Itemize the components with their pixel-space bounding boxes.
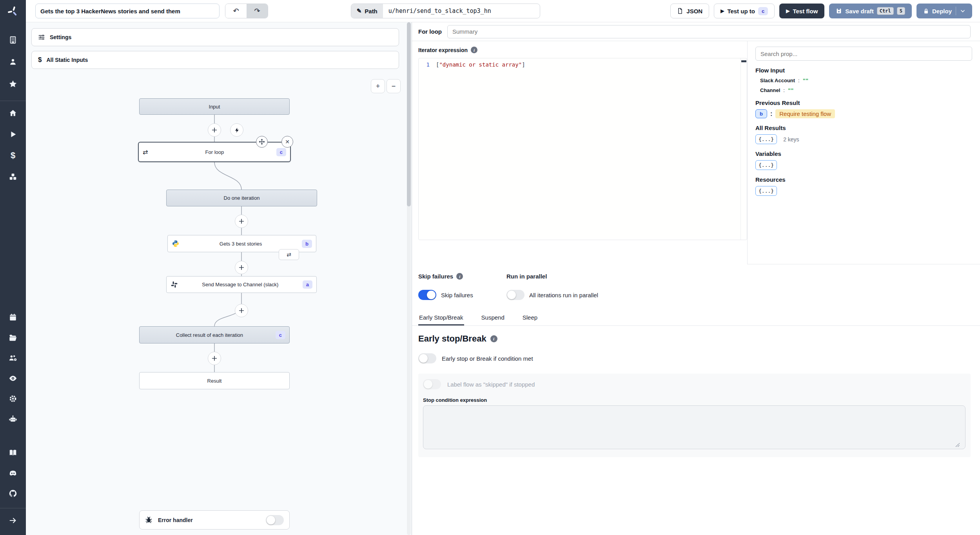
object-chip[interactable]: {...} — [755, 134, 777, 144]
node-collect-result[interactable]: Collect result of each iteration c — [139, 326, 290, 343]
step-inspector: For loop Iterator expression i 1 ["dynam… — [412, 22, 980, 535]
prop-row[interactable]: Slack Account : "" — [760, 78, 972, 83]
test-up-to-button[interactable]: ▶ Test up to c — [714, 4, 775, 18]
node-input[interactable]: Input — [139, 98, 290, 115]
early-stop-section: Early stop/Break i Early stop or Break i… — [412, 326, 980, 457]
favorites-star-icon[interactable] — [0, 75, 26, 93]
node-do-one-iteration[interactable]: Do one iteration — [166, 190, 317, 206]
undo-button[interactable]: ↶ — [225, 4, 247, 18]
save-draft-button[interactable]: Save draft Ctrl S — [829, 4, 912, 18]
zoom-out-button[interactable]: − — [387, 79, 401, 93]
node-send-message-slack[interactable]: Send Message to Channel (slack) a — [166, 276, 317, 293]
dollar-icon: $ — [38, 56, 42, 64]
trigger-bolt-button[interactable] — [230, 123, 243, 137]
previous-result-heading: Previous Result — [755, 99, 972, 106]
move-icon — [259, 139, 265, 145]
topbar: ↶ ↷ ✎ Path JSON ▶ Test up to — [26, 0, 980, 22]
run-parallel-toggle[interactable] — [506, 290, 524, 300]
insert-step-button[interactable] — [208, 123, 221, 137]
all-static-inputs-card[interactable]: $ All Static Inputs — [31, 51, 399, 69]
kbd-s: S — [897, 7, 905, 15]
prop-row[interactable]: Channel : "" — [760, 87, 972, 93]
insert-step-button[interactable] — [208, 352, 221, 365]
move-node-button[interactable] — [256, 136, 268, 148]
slack-icon — [171, 281, 178, 288]
stop-condition-textarea[interactable] — [423, 405, 965, 449]
pencil-icon: ✎ — [357, 7, 362, 14]
settings-gear-icon[interactable] — [0, 390, 26, 408]
json-button[interactable]: JSON — [670, 4, 709, 18]
flow-input-heading: Flow Input — [755, 67, 972, 74]
node-result[interactable]: Result — [139, 372, 290, 389]
ai-robot-icon[interactable] — [0, 410, 26, 428]
windmill-logo-icon — [7, 5, 19, 17]
advanced-tabs: Early Stop/Break Suspend Sleep — [412, 310, 980, 326]
resources-heading: Resources — [755, 176, 972, 183]
docs-book-icon[interactable] — [0, 444, 26, 462]
plus-icon — [211, 127, 218, 133]
file-icon — [677, 8, 683, 14]
props-panel: Flow Input Slack Account : "" Channel : … — [747, 41, 980, 264]
variables-dollar-icon[interactable]: $ — [0, 146, 26, 164]
test-flow-button[interactable]: ▶ Test flow — [779, 4, 824, 18]
object-chip[interactable]: {...} — [755, 160, 777, 170]
step-title: For loop — [418, 28, 442, 35]
flow-settings-card[interactable]: Settings — [31, 28, 399, 46]
path-input[interactable] — [383, 7, 540, 14]
iterator-code-editor[interactable]: 1 ["dynamic or static array"] — [418, 58, 747, 240]
skip-failures-toggle[interactable] — [418, 290, 436, 300]
previous-result-chip[interactable]: b — [755, 109, 767, 118]
keys-hint: 2 keys — [783, 136, 799, 143]
stop-condition-label: Stop condition expression — [423, 397, 966, 403]
folders-icon[interactable] — [0, 329, 26, 347]
user-icon[interactable] — [0, 53, 26, 71]
github-icon[interactable] — [0, 484, 26, 502]
info-icon[interactable]: i — [456, 273, 463, 280]
flow-scrollbar-thumb[interactable] — [407, 22, 411, 206]
windmill-logo[interactable] — [0, 0, 26, 22]
workspace-icon[interactable] — [0, 31, 26, 49]
tab-suspend[interactable]: Suspend — [481, 310, 505, 325]
restart-from-step-button[interactable]: ⇄ — [279, 249, 299, 260]
plus-icon — [238, 307, 245, 314]
home-icon[interactable] — [0, 104, 26, 122]
resources-boxes-icon[interactable] — [0, 168, 26, 186]
tab-sleep[interactable]: Sleep — [522, 310, 538, 325]
flow-title-input[interactable] — [35, 4, 220, 18]
insert-step-button[interactable] — [235, 304, 248, 317]
zoom-in-button[interactable]: + — [371, 79, 385, 93]
label-skipped-toggle[interactable] — [423, 379, 441, 389]
error-handler-card[interactable]: Error handler — [139, 510, 290, 530]
resize-handle[interactable] — [956, 443, 960, 447]
groups-users-icon[interactable] — [0, 349, 26, 367]
info-icon[interactable]: i — [471, 47, 477, 53]
node-for-loop[interactable]: ⇄ For loop c — [138, 142, 291, 162]
variables-heading: Variables — [755, 150, 972, 157]
error-handler-toggle[interactable] — [266, 515, 284, 525]
early-stop-toggle[interactable] — [418, 353, 436, 363]
insert-step-button[interactable] — [235, 215, 248, 228]
discord-icon[interactable] — [0, 464, 26, 482]
deploy-button[interactable]: Deploy — [916, 4, 972, 18]
path-label[interactable]: ✎ Path — [351, 4, 383, 18]
python-icon — [172, 240, 180, 248]
editor-code[interactable]: ["dynamic or static array"] — [433, 58, 740, 240]
info-icon[interactable]: i — [490, 335, 497, 342]
redo-button[interactable]: ↷ — [247, 4, 268, 18]
chevron-down-icon[interactable] — [960, 8, 965, 14]
run-parallel-title: Run in parallel — [506, 273, 598, 280]
insert-step-button[interactable] — [235, 261, 248, 274]
collapse-arrow-icon[interactable] — [0, 512, 26, 530]
delete-node-button[interactable]: ✕ — [281, 136, 293, 148]
schedules-calendar-icon[interactable] — [0, 308, 26, 326]
audit-eye-icon[interactable] — [0, 369, 26, 387]
button-divider — [956, 7, 956, 15]
object-chip[interactable]: {...} — [755, 186, 777, 196]
kbd-ctrl: Ctrl — [877, 7, 894, 15]
save-icon — [836, 8, 842, 14]
editor-line-number: 1 — [419, 58, 433, 240]
search-prop-input[interactable] — [755, 47, 972, 61]
summary-input[interactable] — [447, 25, 971, 38]
tab-early-stop-break[interactable]: Early Stop/Break — [418, 310, 464, 325]
runs-play-icon[interactable] — [0, 125, 26, 143]
